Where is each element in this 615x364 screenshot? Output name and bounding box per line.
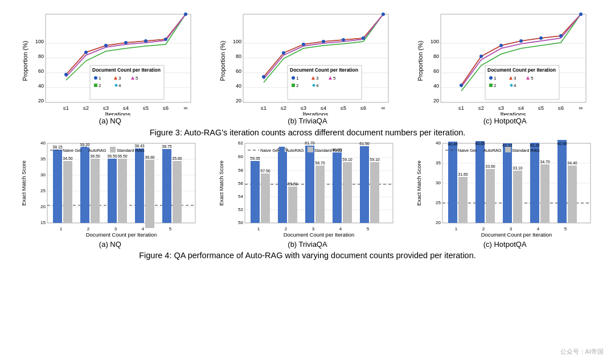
svg-text:25: 25 [40,188,46,193]
svg-text:60: 60 [433,68,439,74]
bar-nq-1-standard [63,161,72,223]
svg-rect-243 [568,166,577,223]
svg-rect-187 [305,146,314,223]
svg-text:40: 40 [38,83,44,89]
svg-text:3: 3 [316,76,319,81]
svg-rect-182 [278,152,287,223]
svg-rect-228 [486,169,495,223]
svg-rect-197 [360,146,369,223]
svg-text:∞: ∞ [579,105,582,111]
svg-text:40.20: 40.20 [530,143,540,147]
svg-text:60: 60 [38,68,44,74]
svg-text:Iterations: Iterations [302,111,329,115]
svg-text:36.80: 36.80 [145,155,155,159]
svg-point-58 [282,51,285,55]
svg-text:61.70: 61.70 [305,141,315,145]
svg-text:3: 3 [514,76,516,81]
svg-rect-158 [110,147,116,152]
svg-text:Exact Match Score: Exact Match Score [416,160,422,206]
svg-rect-222 [448,142,457,223]
svg-point-102 [579,13,583,16]
svg-text:40.90: 40.90 [557,142,567,146]
svg-point-21 [124,41,128,44]
svg-text:1: 1 [60,226,63,231]
svg-text:Proportion (%): Proportion (%) [417,41,424,81]
svg-rect-33 [94,84,97,87]
line-chart-triviaqa: Proportion (%) 20 40 60 80 100 ≤1 ≤2 ≤3 … [219,9,396,125]
bar-chart-nq: Exact Match Score 15 20 25 30 35 40 [19,138,201,249]
svg-text:50: 50 [238,220,243,225]
svg-text:5: 5 [169,226,172,231]
svg-text:Document Count per Iteration: Document Count per Iteration [487,67,556,73]
svg-text:60: 60 [236,68,241,74]
svg-point-100 [539,36,543,40]
svg-text:Document Count per Iteration: Document Count per Iteration [92,67,161,73]
svg-text:Proportion (%): Proportion (%) [219,41,226,81]
svg-rect-238 [540,164,550,223]
svg-text:40: 40 [236,83,241,89]
svg-text:20: 20 [38,98,44,104]
svg-text:≤2: ≤2 [83,105,89,111]
line-chart-hotpotqa-label: (c) HotpotQA [483,117,527,125]
svg-rect-205 [279,147,285,152]
svg-rect-72 [292,84,295,87]
svg-text:≤5: ≤5 [143,105,149,111]
svg-text:2: 2 [296,83,299,88]
svg-text:4: 4 [514,83,516,88]
svg-text:AutoRAG: AutoRAG [483,148,502,153]
bar-chart-hotpotqa-label: (c) HotpotQA [483,240,527,249]
svg-rect-148 [162,149,171,223]
svg-rect-143 [135,148,144,223]
svg-text:Exact Match Score: Exact Match Score [20,160,27,206]
svg-text:5: 5 [136,76,138,81]
svg-text:15: 15 [40,220,46,225]
svg-text:52: 52 [238,207,243,212]
svg-text:Document Count per Iteration: Document Count per Iteration [290,67,358,73]
svg-text:55.50: 55.50 [288,182,298,186]
svg-text:≤4: ≤4 [321,105,326,111]
svg-rect-138 [108,159,117,223]
svg-text:36.50: 36.50 [91,154,101,158]
svg-text:100: 100 [233,39,241,44]
svg-text:40.45: 40.45 [448,142,458,146]
fig4-caption: Figure 4: QA performance of Auto-RAG wit… [11,251,604,260]
svg-text:3: 3 [114,226,117,231]
svg-text:59.10: 59.10 [342,158,352,162]
svg-rect-139 [118,159,127,223]
svg-text:≤2: ≤2 [478,105,484,111]
svg-point-57 [262,75,265,78]
svg-point-105 [489,76,493,80]
line-chart-triviaqa-svg: Proportion (%) 20 40 60 80 100 ≤1 ≤2 ≤3 … [219,9,396,115]
svg-rect-192 [333,152,342,223]
svg-point-27 [94,76,97,80]
svg-text:40: 40 [40,140,46,146]
svg-text:≤5: ≤5 [538,105,544,111]
svg-text:Document Count per Iteration: Document Count per Iteration [86,231,157,238]
svg-text:Naive Gen: Naive Gen [458,148,478,153]
svg-text:20: 20 [436,220,441,225]
svg-text:4: 4 [142,226,145,231]
svg-point-59 [302,43,305,46]
bar-charts-row: Exact Match Score 15 20 25 30 35 40 [11,140,604,249]
svg-text:≤6: ≤6 [360,105,366,111]
bar-chart-hotpotqa: Exact Match Score 20 25 30 35 40 40 [414,138,596,249]
svg-text:38.75: 38.75 [162,144,173,148]
svg-text:54: 54 [238,194,243,199]
svg-text:40: 40 [436,140,441,146]
svg-text:≤6: ≤6 [163,105,169,111]
svg-point-60 [322,40,325,43]
svg-text:≤3: ≤3 [103,105,109,111]
svg-point-99 [519,39,523,43]
svg-rect-133 [80,147,89,223]
svg-text:20: 20 [236,98,241,104]
line-chart-hotpotqa-svg: Proportion (%) 20 40 60 80 100 ≤1 ≤2 ≤3 … [417,9,593,115]
svg-text:AutoRAG: AutoRAG [88,148,106,153]
svg-text:4: 4 [316,83,319,88]
svg-text:3: 3 [509,226,512,231]
svg-text:35: 35 [40,156,46,162]
svg-text:4: 4 [118,83,121,88]
svg-text:57.50: 57.50 [260,169,270,173]
svg-text:80: 80 [433,53,439,59]
svg-point-23 [164,38,167,41]
svg-text:30: 30 [40,172,46,177]
